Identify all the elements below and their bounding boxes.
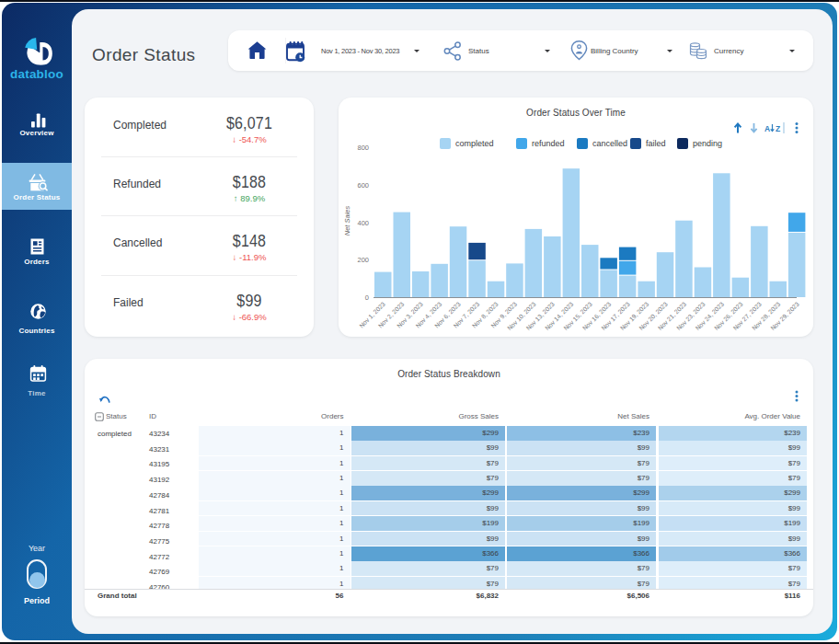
svg-text:800: 800 [357, 144, 369, 152]
svg-text:0: 0 [365, 293, 369, 302]
svg-text:600: 600 [357, 181, 369, 190]
svg-text:Net Sales: Net Sales [343, 205, 351, 236]
svg-text:400: 400 [357, 219, 369, 227]
svg-text:200: 200 [357, 256, 369, 264]
